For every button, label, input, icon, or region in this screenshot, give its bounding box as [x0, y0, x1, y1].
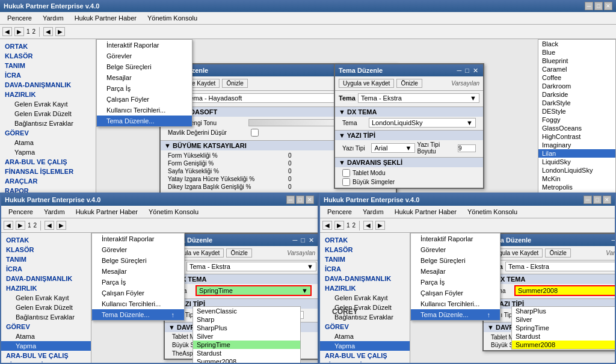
sub1-arabul[interactable]: ARA-BUL VE ÇALIŞ [1, 351, 91, 360]
sub1-yardim[interactable]: Yardım [39, 207, 70, 217]
sidebar-item-gelen-evrak-kayit[interactable]: Gelen Evrak Kayıt [0, 99, 96, 109]
sub2-forward[interactable]: ▶ [334, 221, 344, 230]
sub1-ortak[interactable]: ORTAK [1, 235, 91, 245]
theme-item-coffee[interactable]: Coffee [538, 73, 615, 82]
menu-interaktif-raporlar[interactable]: İnteraktif Raporlar [97, 40, 192, 51]
sub2-dx-combo[interactable]: Summer2008 ▼ [514, 285, 615, 296]
sub1-menu-interaktif[interactable]: İnteraktif Raporlar [92, 233, 184, 244]
sub1-tanim[interactable]: TANIM [1, 254, 91, 264]
sub2-back[interactable]: ◀ [322, 221, 332, 230]
sub1-dialog-min[interactable]: ─ [292, 236, 299, 244]
sub1-atama[interactable]: Atama [1, 332, 91, 341]
sub1-dd-sharpplus[interactable]: SharpPlus [193, 324, 300, 332]
menu-yonetim[interactable]: Yönetim Konsolu [143, 13, 202, 23]
theme-item-darkroom[interactable]: Darkroom [538, 82, 615, 90]
sub1-dd-silver[interactable]: Silver [193, 332, 300, 341]
sub1-dd-sevenclassic[interactable]: SevenClassic [193, 307, 300, 315]
sub1-baglantisiz[interactable]: Bağlantısız Evraklar [1, 312, 91, 322]
sub2-menu-parca[interactable]: Parça İş [411, 277, 500, 288]
sub1-dialog-close[interactable]: ✕ [307, 236, 315, 244]
section-dx-tema[interactable]: ▼ DX TEMA [335, 106, 483, 117]
sidebar-item-yapma[interactable]: Yapma [0, 147, 96, 157]
theme-item-glassoceans[interactable]: GlassOceans [538, 124, 615, 132]
forward-button[interactable]: ▶ [14, 27, 24, 36]
sub2-dd-stardust[interactable]: Stardust [512, 332, 615, 341]
sub2-haber[interactable]: Hukuk Partner Haber [390, 207, 461, 217]
menu-mesajlar[interactable]: Mesajlar [97, 72, 192, 83]
sidebar-group-araclar[interactable]: ARAÇLAR [0, 176, 96, 186]
sub2-yardim[interactable]: Yardım [358, 207, 389, 217]
sub1-gelen-kayit[interactable]: Gelen Evrak Kayıt [1, 293, 91, 303]
theme-item-black[interactable]: Black [538, 40, 615, 48]
sub1-menu-parca[interactable]: Parça İş [92, 277, 184, 288]
sidebar-group-gorev[interactable]: GÖREV [0, 128, 96, 138]
sub1-menu-gorevler[interactable]: Görevler [92, 244, 184, 255]
ekstra-boyutu-input[interactable] [458, 144, 476, 152]
sub1-menu-kullanici[interactable]: Kullanıcı Tercihleri... [92, 298, 184, 309]
theme-item-blue[interactable]: Blue [538, 48, 615, 57]
sub2-close[interactable]: ✕ [603, 196, 611, 204]
sub2-finansal[interactable]: FİNANSAL İŞLEMLER [320, 360, 410, 363]
sub2-menu-gorevler[interactable]: Görevler [411, 244, 500, 255]
sub1-menu-mesajlar[interactable]: Mesajlar [92, 266, 184, 277]
maximize-button[interactable]: □ [594, 2, 603, 10]
sub1-icra[interactable]: İCRA [1, 264, 91, 274]
theme-item-mckin[interactable]: McKin [538, 174, 615, 183]
sub2-klasor[interactable]: KLASÖR [320, 245, 410, 254]
section-davranis[interactable]: ▼ DAVRANIS ŞEKLİ [335, 157, 483, 167]
sub2-tema-combo[interactable]: Tema - Ekstra ▼ [505, 262, 615, 271]
menu-calisan-foyler[interactable]: Çalışan Föyler [97, 94, 192, 105]
dx-tema-combo[interactable]: LondonLiquidSky ▼ [369, 118, 476, 128]
sidebar-group-finansal[interactable]: FİNANSAL İŞLEMLER [0, 167, 96, 176]
sub1-nav-back[interactable]: ◀ [45, 221, 54, 230]
sub2-icra[interactable]: İCRA [320, 264, 410, 274]
sidebar-group-arabul[interactable]: ARA-BUL VE ÇALIŞ [0, 157, 96, 167]
sub2-dd-springtime[interactable]: SpringTime [512, 324, 615, 332]
sidebar-group-klasor[interactable]: KLASÖR [0, 51, 96, 61]
sub1-dx-combo[interactable]: SpringTime ▼ [196, 285, 312, 296]
sidebar-item-atama[interactable]: Atama [0, 138, 96, 147]
sub1-menu-calisan[interactable]: Çalışan Föyler [92, 288, 184, 298]
sub2-yapma[interactable]: Yapma [320, 341, 410, 351]
theme-item-londonliquid[interactable]: LondonLiquidSky [538, 166, 615, 174]
sub1-forward[interactable]: ▶ [16, 221, 25, 230]
sub1-yapma[interactable]: Yapma [1, 341, 91, 351]
menu-tema-duzenle[interactable]: Tema Düzenle... [97, 116, 192, 126]
sub1-gorev[interactable]: GÖREV [1, 322, 91, 332]
sub1-finansal[interactable]: FİNANSAL İŞLEMLER [1, 360, 91, 363]
sub2-menu-mesajlar[interactable]: Mesajlar [411, 266, 500, 277]
sub1-dd-sharp[interactable]: Sharp [193, 315, 300, 324]
tablet-modu-checkbox[interactable] [342, 169, 350, 177]
dialog-ekstra-close[interactable]: ✕ [472, 67, 479, 75]
sub1-maximize[interactable]: □ [296, 196, 304, 204]
sidebar-group-tanim[interactable]: TANIM [0, 61, 96, 70]
sub1-back[interactable]: ◀ [4, 221, 13, 230]
sub2-dd-summer2008[interactable]: Summer2008 [512, 341, 615, 349]
sub1-minimize[interactable]: ─ [286, 196, 295, 204]
sub2-menu-interaktif[interactable]: İnteraktif Raporlar [411, 233, 500, 244]
sub1-pencere[interactable]: Pencere [4, 207, 38, 217]
menu-pencere[interactable]: Pencere [2, 13, 37, 23]
buyuk-simgeler-checkbox[interactable] [342, 178, 350, 186]
sub1-dx-section[interactable]: ▼ DX TEMA [165, 274, 318, 284]
menu-gorevler[interactable]: Görevler [97, 51, 192, 61]
sub2-gelen-kayit[interactable]: Gelen Evrak Kayıt [320, 293, 410, 303]
sub2-menu-belge[interactable]: Belge Süreçleri [411, 255, 500, 266]
sub1-hazirlik[interactable]: HAZIRLIK [1, 283, 91, 293]
ekstra-tema-combo[interactable]: Tema - Ekstra ▼ [358, 93, 479, 103]
sub2-dava[interactable]: DAVA-DANIŞMANLIK [320, 274, 410, 283]
sub2-dialog-min[interactable]: ─ [611, 236, 615, 244]
back-button[interactable]: ◀ [2, 27, 12, 36]
sub1-dialog-max[interactable]: □ [300, 236, 306, 244]
sub1-dd-summer2008[interactable]: Summer2008 [193, 357, 300, 363]
dialog-ekstra-minimize[interactable]: ─ [456, 67, 463, 75]
sub1-klasor[interactable]: KLASÖR [1, 245, 91, 254]
sub2-menu-tema[interactable]: Tema Düzenle... ↑ [411, 309, 500, 320]
menu-belge-surecleri[interactable]: Belge Süreçleri [97, 61, 192, 72]
close-button[interactable]: ✕ [604, 2, 612, 10]
sidebar-item-baglantisiz[interactable]: Bağlantısız Evraklar [0, 119, 96, 128]
sub2-menu-kullanici[interactable]: Kullanıcı Tercihleri... [411, 298, 500, 309]
sub2-tanim[interactable]: TANIM [320, 254, 410, 264]
sub2-ortak[interactable]: ORTAK [320, 235, 410, 245]
sub1-gelen-duzelt[interactable]: Gelen Evrak Düzelt [1, 303, 91, 312]
